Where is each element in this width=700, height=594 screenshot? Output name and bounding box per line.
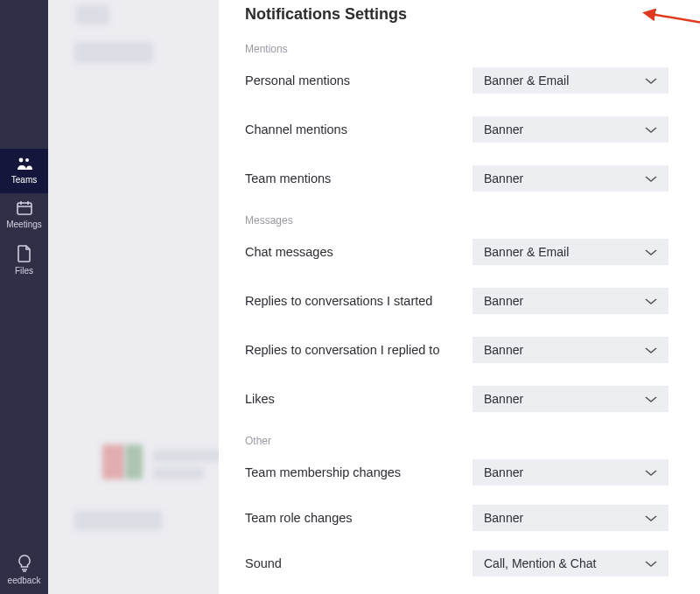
chevron-down-icon — [645, 171, 657, 185]
setting-row: Sound Call, Mention & Chat — [245, 550, 700, 577]
setting-label: Likes — [245, 392, 472, 406]
setting-select-replies-replied[interactable]: Banner — [472, 337, 668, 363]
setting-row: Personal mentions Banner & Email — [245, 67, 700, 94]
setting-select-sound[interactable]: Call, Mention & Chat — [472, 550, 668, 577]
chevron-down-icon — [645, 343, 657, 357]
setting-label: Replies to conversations I started — [245, 294, 472, 308]
setting-row: Chat messages Banner & Email — [245, 239, 700, 265]
setting-label: Chat messages — [245, 245, 472, 259]
setting-select-personal-mentions[interactable]: Banner & Email — [472, 67, 668, 94]
notifications-settings-panel: Notifications Settings Mentions Personal… — [219, 0, 700, 594]
chevron-down-icon — [645, 511, 657, 525]
section-heading-mentions: Mentions — [245, 43, 700, 55]
rail-item-label: Meetings — [6, 220, 42, 229]
setting-select-replies-started[interactable]: Banner — [472, 288, 668, 314]
select-value: Banner — [484, 171, 523, 185]
select-value: Banner & Email — [484, 73, 569, 87]
chevron-down-icon — [645, 294, 657, 308]
svg-rect-2 — [18, 203, 32, 214]
setting-select-team-membership[interactable]: Banner — [472, 459, 668, 486]
rail-item-label: eedback — [8, 576, 41, 585]
select-value: Banner & Email — [484, 245, 569, 259]
rail-item-files[interactable]: Files — [0, 238, 48, 284]
rail-item-teams[interactable]: Teams — [0, 149, 48, 193]
chevron-down-icon — [645, 465, 657, 479]
chevron-down-icon — [645, 392, 657, 406]
section-heading-messages: Messages — [245, 214, 700, 227]
setting-row: Team role changes Banner — [245, 505, 700, 531]
setting-select-likes[interactable]: Banner — [472, 386, 668, 412]
setting-label: Sound — [245, 556, 472, 570]
chevron-down-icon — [645, 245, 657, 259]
select-value: Call, Mention & Chat — [484, 556, 596, 570]
setting-label: Team mentions — [245, 171, 472, 185]
setting-label: Team membership changes — [245, 465, 472, 479]
chevron-down-icon — [645, 556, 657, 570]
file-icon — [17, 245, 32, 262]
select-value: Banner — [484, 122, 523, 136]
teams-icon — [16, 156, 33, 171]
setting-select-team-role[interactable]: Banner — [472, 505, 668, 531]
setting-label: Replies to conversation I replied to — [245, 343, 472, 357]
svg-point-1 — [25, 158, 29, 162]
calendar-icon — [16, 200, 33, 216]
setting-row: Team mentions Banner — [245, 165, 700, 192]
rail-item-feedback[interactable]: eedback — [0, 548, 48, 594]
chevron-down-icon — [645, 122, 657, 136]
setting-row: Replies to conversation I replied to Ban… — [245, 337, 700, 363]
setting-select-channel-mentions[interactable]: Banner — [472, 116, 668, 143]
chevron-down-icon — [645, 73, 657, 87]
setting-label: Team role changes — [245, 511, 472, 525]
setting-label: Personal mentions — [245, 73, 472, 87]
background-channel-list — [48, 0, 219, 594]
select-value: Banner — [484, 294, 523, 308]
setting-select-team-mentions[interactable]: Banner — [472, 165, 668, 192]
setting-row: Replies to conversations I started Banne… — [245, 288, 700, 314]
svg-point-0 — [18, 158, 23, 163]
rail-item-meetings[interactable]: Meetings — [0, 193, 48, 238]
setting-label: Channel mentions — [245, 122, 472, 136]
rail-item-label: Files — [15, 266, 33, 276]
setting-select-chat-messages[interactable]: Banner & Email — [472, 239, 668, 265]
setting-row: Likes Banner — [245, 386, 700, 412]
setting-row: Team membership changes Banner — [245, 459, 700, 486]
setting-row: Channel mentions Banner — [245, 116, 700, 143]
rail-item-label: Teams — [11, 175, 37, 185]
select-value: Banner — [484, 511, 523, 525]
panel-title: Notifications Settings — [245, 5, 700, 24]
select-value: Banner — [484, 343, 523, 357]
select-value: Banner — [484, 392, 523, 406]
select-value: Banner — [484, 465, 523, 479]
section-heading-other: Other — [245, 435, 700, 447]
app-rail: Teams Meetings Files e — [0, 0, 48, 594]
lightbulb-icon — [17, 555, 32, 572]
